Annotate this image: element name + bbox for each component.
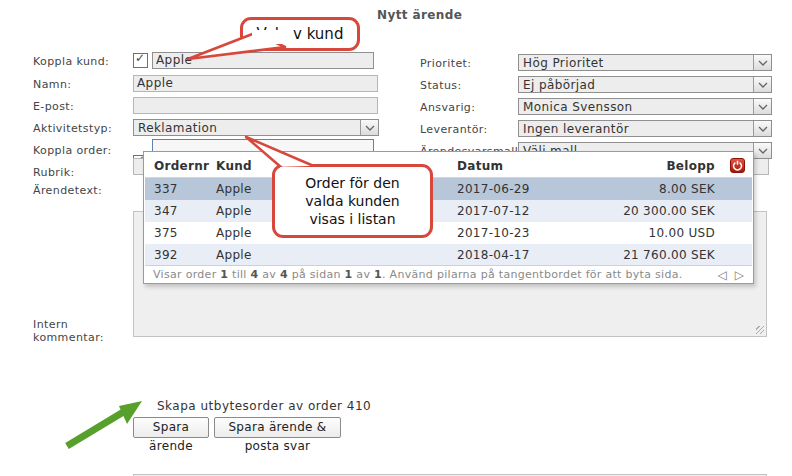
callout-order-line3: visas i listan [309,210,395,228]
order-table-header: Ordernr Kund Datum Belopp [145,155,752,178]
label-arendetext: Ärendetext: [33,184,102,197]
col-header-datum[interactable]: Datum [457,159,503,173]
col-header-ordernr[interactable]: Ordernr [154,159,209,173]
pager-next-icon[interactable]: ▷ [735,268,746,282]
prioritet-value: Hög Prioritet [519,56,753,70]
spara-arende-posta-svar-button[interactable]: Spara ärende & posta svar [214,417,341,438]
label-aktivitetstyp: Aktivitetstyp: [33,122,112,135]
order-cell-datum: 2017-06-29 [457,182,530,196]
order-cell-ordernr: 392 [154,248,178,262]
order-cell-belopp: 21 760.00 SEK [623,248,715,262]
namn-input[interactable]: Apple [133,75,378,92]
chevron-down-icon [753,55,771,70]
label-prioritet: Prioritet: [420,57,471,70]
order-row-392[interactable]: 392Apple2018-04-1721 760.00 SEK [145,244,752,266]
chevron-down-icon [753,77,771,92]
koppla-kund-checkbox[interactable]: ✓ [133,53,148,68]
order-dropdown-table: Ordernr Kund Datum Belopp 337Apple2017-0… [143,151,754,284]
prioritet-select[interactable]: Hög Prioritet [518,54,772,71]
status-select[interactable]: Ej påbörjad [518,76,772,93]
label-ansvarig: Ansvarig: [420,101,475,114]
chevron-down-icon [360,120,378,135]
new-ticket-form: Nytt ärende Koppla kund: Namn: E-post: A… [0,0,792,476]
chevron-down-icon [753,121,771,136]
callout-order-line2: valda kunden [305,192,399,210]
label-kommentar: kommentar: [33,331,104,344]
resize-grip-icon[interactable] [756,326,764,334]
order-table-footer-text: Visar order 1 till 4 av 4 på sidan 1 av … [153,268,683,281]
order-cell-datum: 2018-04-17 [457,248,530,262]
order-cell-ordernr: 347 [154,204,178,218]
skapa-utbytesorder-label: Skapa utbytesorder av order 410 [157,399,371,413]
order-cell-datum: 2017-10-23 [457,226,530,240]
order-cell-belopp: 8.00 SEK [659,182,715,196]
leverantor-value: Ingen leverantör [519,122,753,136]
order-row-337[interactable]: 337Apple2017-06-298.00 SEK [145,178,752,200]
order-cell-belopp: 20 300.00 SEK [623,204,715,218]
page-title: Nytt ärende [377,8,462,22]
label-rubrik: Rubrik: [33,166,75,179]
callout-tail-kund [180,30,300,70]
order-cell-kund: Apple [216,204,252,218]
label-leverantor: Leverantör: [420,123,488,136]
label-epost: E-post: [33,100,74,113]
pager-prev-icon[interactable]: ◁ [718,268,729,282]
leverantor-select[interactable]: Ingen leverantör [518,120,772,137]
order-cell-belopp: 10.00 USD [648,226,715,240]
order-cell-kund: Apple [216,226,252,240]
status-value: Ej påbörjad [519,78,753,92]
order-cell-datum: 2017-07-12 [457,204,530,218]
green-arrow-icon [55,392,155,462]
order-cell-ordernr: 375 [154,226,178,240]
label-intern: Intern [33,318,68,331]
label-namn: Namn: [33,78,71,91]
power-icon[interactable] [730,158,745,173]
chevron-down-icon [753,99,771,114]
callout-tail-order [238,133,328,179]
order-cell-kund: Apple [216,182,252,196]
epost-input[interactable] [133,97,378,114]
order-row-347[interactable]: 347Apple2017-07-1220 300.00 SEK [145,200,752,222]
col-header-belopp[interactable]: Belopp [666,159,715,173]
chevron-down-icon [753,143,771,158]
ansvarig-select[interactable]: Monica Svensson [518,98,772,115]
order-cell-kund: Apple [216,248,252,262]
order-table-footer: Visar order 1 till 4 av 4 på sidan 1 av … [145,265,752,282]
label-koppla-kund: Koppla kund: [33,55,109,68]
order-cell-ordernr: 337 [154,182,178,196]
checkmark-icon: ✓ [135,51,145,65]
ansvarig-value: Monica Svensson [519,100,753,114]
label-status: Status: [420,79,462,92]
order-row-375[interactable]: 375Apple2017-10-2310.00 USD [145,222,752,244]
label-koppla-order: Koppla order: [33,144,112,157]
